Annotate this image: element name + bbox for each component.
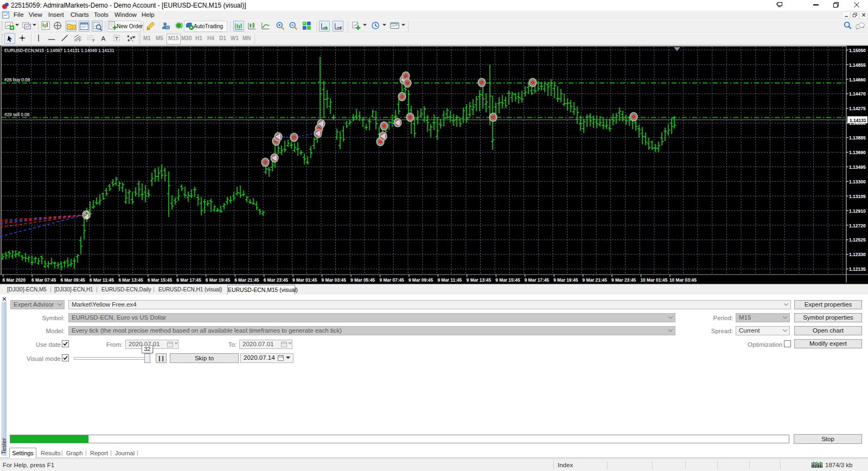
svg-text:9 Mar 11:45: 9 Mar 11:45 xyxy=(437,277,462,283)
svg-text:EURUSD-ECN,M15 1.14067 1.1413: EURUSD-ECN,M15 1.14067 1.14131 1.14048 1… xyxy=(4,48,114,53)
svg-text:1.13300: 1.13300 xyxy=(849,179,866,184)
svg-text:A: A xyxy=(101,35,106,42)
svg-text:9 Mar 19:45: 9 Mar 19:45 xyxy=(553,277,578,283)
svg-text:1.12135: 1.12135 xyxy=(849,266,866,272)
svg-text:1.14131: 1.14131 xyxy=(850,118,866,123)
svg-text:6 Mar 09:45: 6 Mar 09:45 xyxy=(61,277,86,283)
svg-text:1.13105: 1.13105 xyxy=(849,194,866,199)
svg-text:1.14470: 1.14470 xyxy=(849,91,866,97)
svg-text:9 Mar 05:45: 9 Mar 05:45 xyxy=(350,277,375,283)
svg-text:1.12330: 1.12330 xyxy=(849,252,866,257)
svg-text:9 Mar 01:45: 9 Mar 01:45 xyxy=(292,277,317,283)
svg-text:6 Mar 17:45: 6 Mar 17:45 xyxy=(176,277,201,283)
svg-text:1.13690: 1.13690 xyxy=(849,150,866,155)
svg-text:1.12720: 1.12720 xyxy=(849,223,866,228)
svg-text:1.14855: 1.14855 xyxy=(849,62,866,68)
svg-text:9 Mar 15:45: 9 Mar 15:45 xyxy=(495,277,520,283)
svg-text:9 Mar 17:45: 9 Mar 17:45 xyxy=(525,277,550,283)
svg-text:1.12525: 1.12525 xyxy=(849,237,866,243)
svg-text:6 Mar 11:45: 6 Mar 11:45 xyxy=(90,277,114,283)
svg-text:9 Mar 21:45: 9 Mar 21:45 xyxy=(583,277,608,283)
svg-text:9 Mar 07:45: 9 Mar 07:45 xyxy=(380,277,405,283)
svg-text:6 Mar 19:45: 6 Mar 19:45 xyxy=(206,277,231,283)
svg-text:9 Mar 09:45: 9 Mar 09:45 xyxy=(409,277,433,283)
svg-text:1.13495: 1.13495 xyxy=(849,164,866,170)
svg-text:9 Mar 13:45: 9 Mar 13:45 xyxy=(467,277,492,283)
svg-text:F: F xyxy=(93,39,95,42)
svg-text:6 Mar 21:45: 6 Mar 21:45 xyxy=(234,277,259,283)
svg-text:1.13885: 1.13885 xyxy=(849,135,866,141)
svg-text:6 Mar 13:45: 6 Mar 13:45 xyxy=(118,277,143,283)
svg-text:F: F xyxy=(79,39,81,42)
svg-text:6 Mar 2020: 6 Mar 2020 xyxy=(3,277,26,283)
svg-text:9 Mar 23:45: 9 Mar 23:45 xyxy=(611,277,636,283)
svg-text:6 Mar 15:45: 6 Mar 15:45 xyxy=(148,277,173,283)
svg-text:#26 buy 0.08: #26 buy 0.08 xyxy=(4,77,30,82)
svg-text:6 Mar 07:45: 6 Mar 07:45 xyxy=(31,277,56,283)
svg-text:1.15050: 1.15050 xyxy=(849,48,866,53)
svg-text:T: T xyxy=(115,35,118,41)
svg-text:9 Mar 03:45: 9 Mar 03:45 xyxy=(322,277,347,283)
svg-text:1.12910: 1.12910 xyxy=(849,208,866,214)
svg-text:1.14660: 1.14660 xyxy=(849,77,866,82)
svg-text:1.14275: 1.14275 xyxy=(849,106,866,111)
svg-text:10 Mar 01:45: 10 Mar 01:45 xyxy=(641,277,668,283)
svg-text:#29 sell 0.08: #29 sell 0.08 xyxy=(4,112,30,117)
svg-text:10 Mar 03:45: 10 Mar 03:45 xyxy=(669,277,697,283)
svg-text:6 Mar 23:45: 6 Mar 23:45 xyxy=(264,277,289,283)
